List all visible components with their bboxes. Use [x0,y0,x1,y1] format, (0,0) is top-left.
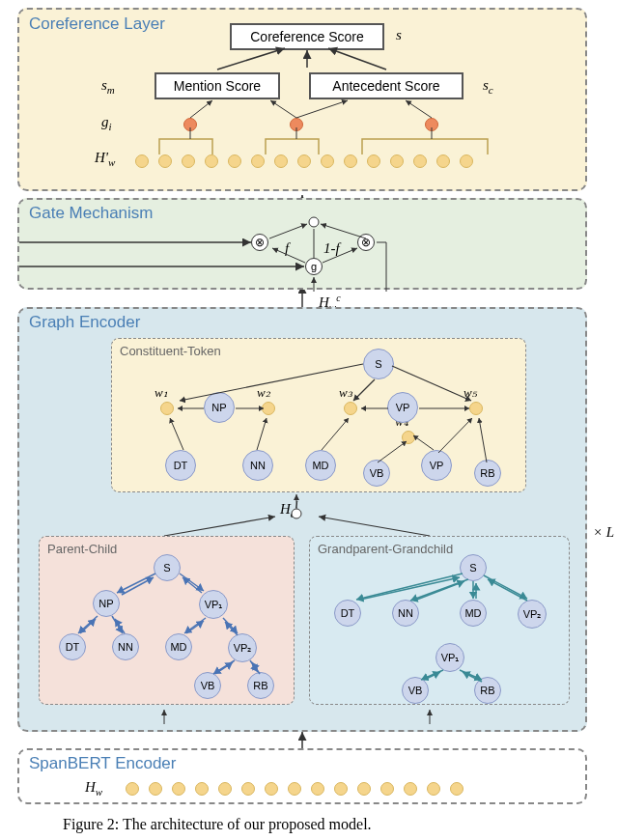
svg-line-34 [413,435,434,450]
figure-caption: Figure 2: The architecture of our propos… [63,816,555,833]
mention-score-box: Mention Score [154,72,280,99]
svg-line-46 [180,574,204,591]
svg-line-6 [190,100,212,118]
svg-line-9 [406,100,432,118]
pc-rb: RB [247,672,274,699]
svg-line-50 [112,616,123,633]
svg-line-45 [122,577,154,595]
svg-line-44 [117,574,155,593]
constituent-token-block: Constituent-Token S w₁ w₂ w₃ w₄ w₅ NP VP… [111,338,526,492]
gg-md: MD [460,600,487,627]
pc-vp2: VP₂ [228,633,257,662]
gg-rb: RB [474,677,501,704]
sc-label: sc [483,77,493,96]
svg-line-63 [414,581,464,601]
xL-label: × L [593,524,614,541]
node-md: MD [305,450,336,481]
antecedent-score-box: Antecedent Score [309,72,464,99]
f-label: f [285,240,289,257]
word-dot [344,402,357,415]
svg-line-8 [296,100,348,118]
svg-point-16 [309,217,319,227]
coreference-layer: Coreference Layer Coreference Score Ment… [17,8,587,191]
node-vp-inner: VP [421,450,452,481]
svg-line-35 [438,418,472,453]
svg-line-66 [484,575,527,599]
svg-line-57 [215,662,233,674]
spanbert-token-row [126,782,464,796]
span-rep-dot [425,118,438,131]
svg-line-60 [356,574,463,600]
svg-line-48 [78,616,98,633]
word-dot [262,402,275,415]
svg-line-1 [217,48,285,70]
grandparent-block: Grandparent-Grandchild S DT NN MD VP₂ VP… [309,536,570,705]
node-nn: NN [242,450,273,481]
svg-line-7 [270,100,296,118]
svg-line-53 [186,621,204,633]
parent-child-block: Parent-Child S NP VP₁ DT NN MD VP₂ VB RB [39,536,295,705]
svg-line-70 [460,670,482,680]
svg-line-25 [353,379,375,401]
token-dot [135,154,149,168]
svg-line-24 [180,364,363,401]
pc-md: MD [165,633,192,660]
gg-vp1: VP₁ [435,643,464,672]
svg-line-54 [223,618,238,633]
svg-line-2 [328,48,386,70]
gg-vb: VB [402,677,429,704]
svg-line-17 [269,224,307,238]
node-vp: VP [387,392,418,423]
svg-line-56 [213,660,235,674]
word-dot [160,402,174,415]
parent-child-title: Parent-Child [47,542,117,556]
svg-line-69 [424,672,440,680]
gg-s: S [460,554,487,581]
svg-line-52 [184,618,206,633]
pc-vp1: VP₁ [199,590,228,619]
coref-score-box: Coreference Score [230,23,384,50]
coref-title: Coreference Layer [29,14,165,34]
sm-label: sm [101,77,115,96]
span-rep-dot [183,118,197,131]
gg-vp2: VP₂ [518,600,547,629]
gate-g: g [305,258,323,275]
node-rb: RB [474,460,501,487]
svg-line-36 [378,441,407,462]
node-s: S [363,349,394,379]
hwprime-label: H'w [95,150,115,168]
multiply-icon: ⊗ [357,234,375,251]
node-vb: VB [363,460,390,487]
svg-line-39 [319,517,430,536]
constituent-token-title: Constituent-Token [120,344,221,358]
s-label: s [396,27,402,43]
gate-mechanism-layer: Gate Mechanism ⊗ ⊗ g f 1-f [17,198,587,290]
pc-nn: NN [112,633,139,660]
svg-line-62 [410,579,468,601]
svg-line-38 [164,517,275,536]
pc-s: S [154,554,181,581]
grandparent-title: Grandparent-Grandchild [318,542,453,556]
node-dt: DT [165,450,196,481]
gate-title: Gate Mechanism [29,204,154,223]
span-rep-dot [290,118,303,131]
svg-line-30 [257,418,267,450]
svg-line-37 [479,418,487,462]
graph-encoder-title: Graph Encoder [29,313,140,332]
multiply-icon: ⊗ [251,234,268,251]
svg-line-68 [421,670,443,680]
svg-line-55 [225,622,238,635]
svg-line-47 [183,577,202,593]
pc-vb: VB [194,672,221,699]
pc-dt: DT [59,633,86,660]
spanbert-title: SpanBERT Encoder [29,754,176,773]
token-rep-row [135,154,473,168]
node-np: NP [204,392,235,423]
word-dot [402,431,415,444]
oneminusf-label: 1-f [323,240,340,257]
pc-np: NP [93,590,120,617]
hw-label: Hw [85,779,102,798]
spanbert-layer: SpanBERT Encoder Hw [17,748,587,804]
hcl-label: Hcl [280,499,298,519]
svg-line-51 [115,619,125,633]
